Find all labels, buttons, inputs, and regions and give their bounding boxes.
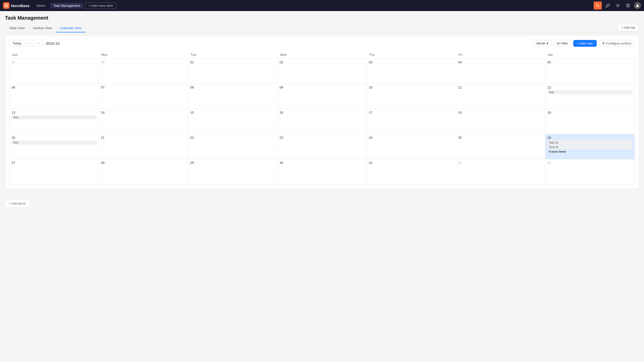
calendar-cell-04[interactable]: 04 bbox=[456, 59, 545, 84]
cell-date-31: 31 bbox=[369, 161, 454, 165]
settings-icon[interactable] bbox=[614, 2, 622, 10]
tab-table-view[interactable]: Table View bbox=[5, 24, 29, 32]
day-header-fri: Fri bbox=[456, 51, 545, 59]
add-block-button[interactable]: + Add block bbox=[5, 200, 30, 207]
calendar-cell-20[interactable]: 20Test bbox=[10, 134, 99, 159]
svg-point-6 bbox=[628, 7, 628, 7]
calendar-cell-27[interactable]: 27 bbox=[10, 159, 99, 185]
calendar-cell-05[interactable]: 05 bbox=[545, 59, 635, 84]
cell-date-02: 02 bbox=[547, 161, 632, 165]
calendar-cell-21[interactable]: 21 bbox=[99, 134, 188, 159]
today-button[interactable]: Today bbox=[9, 40, 25, 47]
calendar-cell-08[interactable]: 08 bbox=[188, 84, 277, 109]
gear-icon: ⚙ bbox=[602, 41, 605, 45]
add-new-button[interactable]: + Add new bbox=[573, 40, 597, 47]
cell-date-03: 03 bbox=[369, 60, 454, 64]
add-menu-item-button[interactable]: + Add menu item bbox=[85, 3, 116, 9]
month-selector-button[interactable]: Month ▾ bbox=[533, 40, 552, 47]
prev-month-button[interactable]: ‹ bbox=[27, 40, 34, 47]
calendar-cell-01[interactable]: 01 bbox=[456, 159, 545, 185]
calendar-cell-17[interactable]: 17 bbox=[367, 109, 456, 134]
cell-date-09: 09 bbox=[279, 85, 365, 89]
calendar-cell-19[interactable]: 19 bbox=[545, 109, 635, 134]
cell-date-24: 24 bbox=[369, 136, 454, 140]
cell-date-29: 29 bbox=[12, 60, 97, 64]
calendar-cell-02[interactable]: 02 bbox=[545, 159, 635, 185]
logo-text: NocoBase bbox=[11, 4, 29, 8]
tab-calendar-view[interactable]: Calendar View bbox=[56, 24, 85, 32]
logo-icon bbox=[3, 2, 10, 9]
tab-kanban-view[interactable]: Kanban View bbox=[29, 24, 56, 32]
cell-date-28: 28 bbox=[101, 161, 186, 165]
day-header-wed: Wed bbox=[277, 51, 367, 59]
current-date-label: 2024-10 bbox=[46, 41, 60, 46]
help-icon[interactable] bbox=[624, 2, 632, 10]
cell-event[interactable]: Test bbox=[12, 141, 97, 145]
cell-date-19: 19 bbox=[547, 111, 632, 114]
calendar-cell-14[interactable]: 14 bbox=[99, 109, 188, 134]
calendar-cell-31[interactable]: 31 bbox=[367, 159, 456, 185]
day-header-tue: Tue bbox=[188, 51, 277, 59]
cell-date-20: 20 bbox=[12, 136, 97, 140]
cell-event[interactable]: Task 02 bbox=[547, 145, 632, 149]
calendar-cell-09[interactable]: 09 bbox=[277, 84, 367, 109]
next-month-button[interactable]: › bbox=[36, 40, 43, 47]
calendar-cell-25[interactable]: 25 bbox=[456, 134, 545, 159]
calendar-cell-06[interactable]: 06 bbox=[10, 84, 99, 109]
calendar-cell-02[interactable]: 02 bbox=[277, 59, 367, 84]
cell-date-10: 10 bbox=[369, 85, 454, 89]
cell-date-25: 25 bbox=[458, 136, 543, 140]
cell-date-16: 16 bbox=[279, 111, 365, 114]
cell-date-01: 01 bbox=[190, 60, 275, 64]
user-avatar[interactable] bbox=[634, 2, 641, 9]
svg-point-2 bbox=[596, 4, 598, 6]
calendar-cell-23[interactable]: 23 bbox=[277, 134, 367, 159]
calendar-cell-07[interactable]: 07 bbox=[99, 84, 188, 109]
link-icon[interactable] bbox=[604, 2, 612, 10]
calendar-cell-16[interactable]: 16 bbox=[277, 109, 367, 134]
add-tab-button[interactable]: + Add tab bbox=[618, 24, 639, 31]
calendar-cell-01[interactable]: 01 bbox=[188, 59, 277, 84]
calendar-cell-03[interactable]: 03 bbox=[367, 59, 456, 84]
bottom-area: + Add block bbox=[0, 193, 644, 213]
cell-date-04: 04 bbox=[458, 60, 543, 64]
day-header-thu: Thu bbox=[367, 51, 456, 59]
cell-event[interactable]: Task 01 bbox=[547, 141, 632, 145]
cell-date-13: 13 bbox=[12, 111, 97, 114]
calendar-cell-12[interactable]: 12Test bbox=[545, 84, 635, 109]
calendar-cell-29[interactable]: 29 bbox=[10, 59, 99, 84]
cell-date-05: 05 bbox=[547, 60, 632, 64]
calendar-cell-29[interactable]: 29 bbox=[188, 159, 277, 185]
cell-event[interactable]: Test bbox=[547, 90, 632, 94]
cell-date-27: 27 bbox=[12, 161, 97, 165]
calendar-cell-30[interactable]: 30 bbox=[277, 159, 367, 185]
calendar-cell-22[interactable]: 22 bbox=[188, 134, 277, 159]
cell-event[interactable]: Test bbox=[12, 115, 97, 119]
calendar-cell-15[interactable]: 15 bbox=[188, 109, 277, 134]
calendar-cell-18[interactable]: 18 bbox=[456, 109, 545, 134]
calendar-cell-28[interactable]: 28 bbox=[99, 159, 188, 185]
cell-date-07: 07 bbox=[101, 85, 186, 89]
calendar-grid: Sun Mon Tue Wed Thu Fri Sat 293001020304… bbox=[9, 51, 635, 185]
calendar-cell-30[interactable]: 30 bbox=[99, 59, 188, 84]
cell-date-21: 21 bbox=[101, 136, 186, 140]
nav-tab-task-management[interactable]: Task Management bbox=[50, 3, 83, 9]
page-content: Task Management Table View Kanban View C… bbox=[0, 11, 644, 193]
calendar-cell-11[interactable]: 11 bbox=[456, 84, 545, 109]
nav-tab-demo[interactable]: Demo bbox=[33, 3, 48, 9]
cell-date-14: 14 bbox=[101, 111, 186, 114]
calendar-cell-13[interactable]: 13Test bbox=[10, 109, 99, 134]
day-header-mon: Mon bbox=[99, 51, 188, 59]
cell-date-02: 02 bbox=[279, 60, 365, 64]
cell-more-items[interactable]: 6 more items bbox=[547, 150, 632, 154]
search-icon[interactable] bbox=[594, 2, 602, 10]
filter-button[interactable]: ⊟ Filter bbox=[554, 40, 571, 47]
calendar-cell-10[interactable]: 10 bbox=[367, 84, 456, 109]
filter-icon: ⊟ bbox=[557, 41, 560, 45]
cell-date-26: 26 bbox=[547, 136, 632, 140]
calendar-cell-24[interactable]: 24 bbox=[367, 134, 456, 159]
view-tabs: Table View Kanban View Calendar View + A… bbox=[5, 24, 639, 32]
configure-actions-button[interactable]: ⚙ Configure actions bbox=[599, 40, 635, 47]
calendar-cell-26[interactable]: 26Task 01Task 026 more items bbox=[545, 134, 635, 159]
day-header-sun: Sun bbox=[10, 51, 99, 59]
